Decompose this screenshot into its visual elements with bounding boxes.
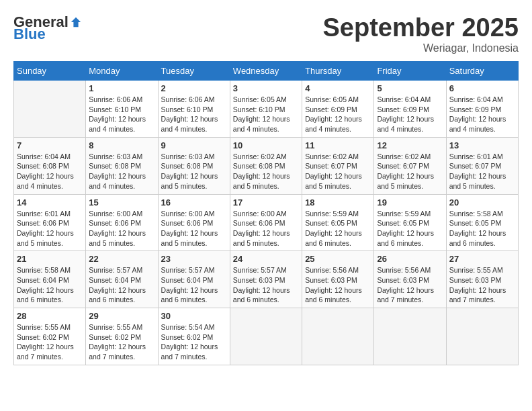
day-info: Sunrise: 5:56 AMSunset: 6:03 PMDaylight:… xyxy=(305,265,371,305)
day-cell: 17 Sunrise: 6:00 AMSunset: 6:06 PMDaylig… xyxy=(230,194,302,251)
day-info: Sunrise: 6:05 AMSunset: 6:10 PMDaylight:… xyxy=(233,95,299,134)
day-number: 1 xyxy=(89,83,154,93)
day-number: 18 xyxy=(305,197,371,208)
week-row-3: 21 Sunrise: 5:58 AMSunset: 6:04 PMDaylig… xyxy=(14,251,519,308)
day-number: 17 xyxy=(233,197,299,208)
day-cell: 28 Sunrise: 5:55 AMSunset: 6:02 PMDaylig… xyxy=(14,308,86,365)
header-monday: Monday xyxy=(86,62,158,81)
day-cell: 12 Sunrise: 6:02 AMSunset: 6:07 PMDaylig… xyxy=(374,137,446,194)
svg-marker-0 xyxy=(71,17,81,27)
day-cell: 9 Sunrise: 6:03 AMSunset: 6:08 PMDayligh… xyxy=(158,137,230,194)
logo-blue-text: Blue xyxy=(13,26,46,43)
day-cell: 18 Sunrise: 5:59 AMSunset: 6:05 PMDaylig… xyxy=(302,194,374,251)
week-row-1: 7 Sunrise: 6:04 AMSunset: 6:08 PMDayligh… xyxy=(14,137,519,194)
day-number: 21 xyxy=(17,254,83,264)
week-row-2: 14 Sunrise: 6:01 AMSunset: 6:06 PMDaylig… xyxy=(14,194,519,251)
day-cell: 30 Sunrise: 5:54 AMSunset: 6:02 PMDaylig… xyxy=(158,308,230,365)
day-number: 12 xyxy=(377,140,443,150)
day-info: Sunrise: 6:03 AMSunset: 6:08 PMDaylight:… xyxy=(89,152,154,191)
day-number: 10 xyxy=(233,140,299,150)
day-info: Sunrise: 6:00 AMSunset: 6:06 PMDaylight:… xyxy=(233,209,299,248)
day-cell: 26 Sunrise: 5:56 AMSunset: 6:03 PMDaylig… xyxy=(374,251,446,308)
day-cell: 23 Sunrise: 5:57 AMSunset: 6:04 PMDaylig… xyxy=(158,251,230,308)
day-number: 24 xyxy=(233,254,299,264)
day-info: Sunrise: 5:55 AMSunset: 6:02 PMDaylight:… xyxy=(89,322,154,362)
day-number: 4 xyxy=(305,83,371,93)
day-cell: 13 Sunrise: 6:01 AMSunset: 6:07 PMDaylig… xyxy=(446,137,518,194)
day-number: 2 xyxy=(161,83,227,93)
week-row-4: 28 Sunrise: 5:55 AMSunset: 6:02 PMDaylig… xyxy=(14,308,519,365)
day-cell: 27 Sunrise: 5:55 AMSunset: 6:03 PMDaylig… xyxy=(446,251,518,308)
day-cell: 15 Sunrise: 6:00 AMSunset: 6:06 PMDaylig… xyxy=(86,194,158,251)
day-info: Sunrise: 5:58 AMSunset: 6:05 PMDaylight:… xyxy=(449,209,515,248)
day-number: 13 xyxy=(449,140,515,150)
day-info: Sunrise: 6:06 AMSunset: 6:10 PMDaylight:… xyxy=(161,95,227,134)
day-number: 29 xyxy=(89,311,154,321)
day-cell: 21 Sunrise: 5:58 AMSunset: 6:04 PMDaylig… xyxy=(14,251,86,308)
day-info: Sunrise: 5:56 AMSunset: 6:03 PMDaylight:… xyxy=(377,265,443,305)
day-info: Sunrise: 5:57 AMSunset: 6:04 PMDaylight:… xyxy=(89,265,154,305)
day-cell: 6 Sunrise: 6:04 AMSunset: 6:09 PMDayligh… xyxy=(446,81,518,138)
day-info: Sunrise: 6:02 AMSunset: 6:07 PMDaylight:… xyxy=(377,152,443,191)
day-info: Sunrise: 6:04 AMSunset: 6:09 PMDaylight:… xyxy=(377,95,443,134)
header-sunday: Sunday xyxy=(14,62,86,81)
day-number: 7 xyxy=(17,140,83,150)
day-number: 3 xyxy=(233,83,299,93)
day-info: Sunrise: 6:02 AMSunset: 6:08 PMDaylight:… xyxy=(233,152,299,191)
day-cell: 19 Sunrise: 5:59 AMSunset: 6:05 PMDaylig… xyxy=(374,194,446,251)
day-cell: 29 Sunrise: 5:55 AMSunset: 6:02 PMDaylig… xyxy=(86,308,158,365)
day-cell: 11 Sunrise: 6:02 AMSunset: 6:07 PMDaylig… xyxy=(302,137,374,194)
day-cell xyxy=(374,308,446,365)
day-info: Sunrise: 5:54 AMSunset: 6:02 PMDaylight:… xyxy=(161,322,227,362)
day-cell: 20 Sunrise: 5:58 AMSunset: 6:05 PMDaylig… xyxy=(446,194,518,251)
header-row: Sunday Monday Tuesday Wednesday Thursday… xyxy=(14,62,519,81)
day-cell: 5 Sunrise: 6:04 AMSunset: 6:09 PMDayligh… xyxy=(374,81,446,138)
day-number: 5 xyxy=(377,83,443,93)
day-info: Sunrise: 6:02 AMSunset: 6:07 PMDaylight:… xyxy=(305,152,371,191)
day-cell: 2 Sunrise: 6:06 AMSunset: 6:10 PMDayligh… xyxy=(158,81,230,138)
day-cell: 22 Sunrise: 5:57 AMSunset: 6:04 PMDaylig… xyxy=(86,251,158,308)
day-number: 14 xyxy=(17,197,83,208)
day-number: 27 xyxy=(449,254,515,264)
day-number: 23 xyxy=(161,254,227,264)
logo-icon xyxy=(70,16,82,28)
day-cell: 24 Sunrise: 5:57 AMSunset: 6:03 PMDaylig… xyxy=(230,251,302,308)
day-number: 28 xyxy=(17,311,83,321)
calendar-header: Sunday Monday Tuesday Wednesday Thursday… xyxy=(14,62,519,81)
day-number: 8 xyxy=(89,140,154,150)
day-number: 11 xyxy=(305,140,371,150)
page-header: General Blue September 2025 Weriagar, In… xyxy=(13,13,519,54)
day-cell xyxy=(446,308,518,365)
day-cell: 14 Sunrise: 6:01 AMSunset: 6:06 PMDaylig… xyxy=(14,194,86,251)
day-info: Sunrise: 5:55 AMSunset: 6:02 PMDaylight:… xyxy=(17,322,83,362)
day-info: Sunrise: 6:03 AMSunset: 6:08 PMDaylight:… xyxy=(161,152,227,191)
day-number: 19 xyxy=(377,197,443,208)
title-block: September 2025 Weriagar, Indonesia xyxy=(323,13,519,54)
day-info: Sunrise: 6:04 AMSunset: 6:08 PMDaylight:… xyxy=(17,152,83,191)
location: Weriagar, Indonesia xyxy=(323,42,519,54)
day-number: 6 xyxy=(449,83,515,93)
logo: General Blue xyxy=(13,13,82,43)
day-cell: 10 Sunrise: 6:02 AMSunset: 6:08 PMDaylig… xyxy=(230,137,302,194)
day-number: 30 xyxy=(161,311,227,321)
day-number: 20 xyxy=(449,197,515,208)
day-number: 26 xyxy=(377,254,443,264)
day-number: 25 xyxy=(305,254,371,264)
day-cell xyxy=(14,81,86,138)
week-row-0: 1 Sunrise: 6:06 AMSunset: 6:10 PMDayligh… xyxy=(14,81,519,138)
day-info: Sunrise: 5:59 AMSunset: 6:05 PMDaylight:… xyxy=(305,209,371,248)
day-cell: 7 Sunrise: 6:04 AMSunset: 6:08 PMDayligh… xyxy=(14,137,86,194)
day-info: Sunrise: 5:57 AMSunset: 6:03 PMDaylight:… xyxy=(233,265,299,305)
calendar-table: Sunday Monday Tuesday Wednesday Thursday… xyxy=(13,61,519,365)
day-info: Sunrise: 5:58 AMSunset: 6:04 PMDaylight:… xyxy=(17,265,83,305)
header-tuesday: Tuesday xyxy=(158,62,230,81)
day-number: 22 xyxy=(89,254,154,264)
day-cell: 8 Sunrise: 6:03 AMSunset: 6:08 PMDayligh… xyxy=(86,137,158,194)
day-cell: 25 Sunrise: 5:56 AMSunset: 6:03 PMDaylig… xyxy=(302,251,374,308)
day-info: Sunrise: 6:01 AMSunset: 6:07 PMDaylight:… xyxy=(449,152,515,191)
day-cell xyxy=(230,308,302,365)
day-info: Sunrise: 5:59 AMSunset: 6:05 PMDaylight:… xyxy=(377,209,443,248)
day-info: Sunrise: 5:57 AMSunset: 6:04 PMDaylight:… xyxy=(161,265,227,305)
header-friday: Friday xyxy=(374,62,446,81)
day-info: Sunrise: 5:55 AMSunset: 6:03 PMDaylight:… xyxy=(449,265,515,305)
